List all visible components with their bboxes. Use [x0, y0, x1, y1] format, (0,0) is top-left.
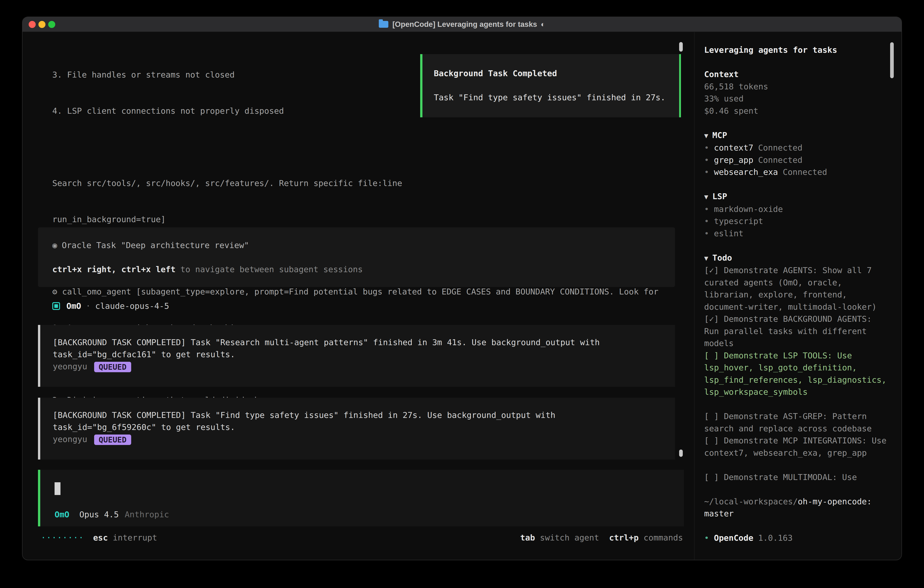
- agent-name: OmO: [66, 300, 81, 312]
- todo-item: [✓] Demonstrate BACKGROUND AGENTS: Run p…: [704, 313, 890, 350]
- chevron-down-icon: ▼: [704, 132, 708, 140]
- record-icon: ◉: [52, 241, 57, 250]
- spacer: [704, 483, 890, 496]
- message-meta: yeongyuQUEUED: [53, 433, 666, 445]
- active-agent-label: OmO: [54, 510, 69, 519]
- status-bullet-icon: •: [704, 142, 714, 154]
- status-bullet-icon: •: [704, 166, 714, 178]
- spacer: [704, 56, 890, 68]
- sidebar-scrollbar-thumb[interactable]: [890, 42, 894, 78]
- spinner-dots-icon: ········: [41, 533, 84, 542]
- mcp-item: •websearch_exaConnected: [704, 166, 890, 178]
- log-line: ⚙ call_omo_agent [subagent_type=explore,…: [52, 286, 658, 297]
- log-line: Search src/tools/, src/hooks/, src/featu…: [52, 177, 658, 189]
- status-right: tab switch agentctrl+p commands: [520, 532, 683, 543]
- bullet-icon: •: [704, 227, 714, 239]
- context-spent: $0.46 spent: [704, 105, 890, 117]
- prompt-input[interactable]: OmOOpus 4.5Anthropic: [38, 470, 684, 526]
- message-author: yeongyu: [53, 434, 87, 444]
- todo-item: [ ] Demonstrate AST-GREP: Pattern search…: [704, 410, 890, 434]
- todo-section-header[interactable]: ▼Todo: [704, 252, 890, 264]
- window-title: [OpenCode] Leveraging agents for tasks ◐: [23, 17, 901, 31]
- folder-icon: [379, 21, 388, 28]
- spinner-icon: ◐: [541, 20, 545, 29]
- oracle-task-title: ◉Oracle Task "Deep architecture review": [52, 239, 675, 251]
- status-bullet-icon: •: [704, 154, 714, 166]
- mcp-item: •grep_appConnected: [704, 154, 890, 166]
- spacer: [704, 459, 890, 471]
- keybind-hint: ctrl+x right, ctrl+x left to navigate be…: [52, 263, 675, 275]
- message-card: [BACKGROUND TASK COMPLETED] Task "Resear…: [38, 325, 675, 387]
- active-model-label: Opus 4.5: [79, 510, 119, 519]
- notification-body: Task "Find type safety issues" finished …: [434, 91, 670, 104]
- todo-item: [✓] Demonstrate AGENTS: Show all 7 curat…: [704, 264, 890, 313]
- notification-title: Background Task Completed: [434, 67, 670, 79]
- bullet-icon: •: [704, 203, 714, 215]
- mcp-section-header[interactable]: ▼MCP: [704, 129, 890, 142]
- tab-key-label: switch agent: [535, 533, 599, 542]
- text-cursor: [54, 482, 61, 495]
- tab-key-hint: tab: [520, 533, 535, 542]
- lsp-item: •markdown-oxide: [704, 203, 890, 215]
- oracle-task-panel: ◉Oracle Task "Deep architecture review" …: [38, 227, 675, 287]
- queued-badge: QUEUED: [94, 362, 131, 372]
- zoom-button[interactable]: [48, 21, 55, 28]
- log-output: 3. File handles or streams not closed 4.…: [52, 45, 658, 538]
- todo-item: [ ] Demonstrate MULTIMODAL: Use: [704, 471, 890, 483]
- lsp-item: •eslint: [704, 227, 890, 239]
- context-tokens: 66,518 tokens: [704, 81, 890, 93]
- mcp-item: •context7Connected: [704, 142, 890, 154]
- traffic-lights: [23, 21, 55, 28]
- status-bar: ········esc interrupt tab switch agentct…: [41, 531, 683, 543]
- status-left: ········esc interrupt: [41, 532, 157, 543]
- lsp-section-header[interactable]: ▼LSP: [704, 190, 890, 203]
- app-version-footer: •OpenCode1.0.163: [704, 532, 890, 544]
- commands-key-hint: ctrl+p: [609, 533, 639, 542]
- chevron-down-icon: ▼: [704, 254, 708, 262]
- message-card: [BACKGROUND TASK COMPLETED] Task "Find t…: [38, 398, 675, 459]
- agent-checkbox-icon: [52, 302, 60, 310]
- queued-badge: QUEUED: [94, 434, 131, 445]
- commands-key-label: commands: [639, 533, 683, 542]
- spacer: [704, 520, 890, 532]
- context-used: 33% used: [704, 92, 890, 105]
- esc-key-hint: esc: [93, 533, 108, 542]
- message-text: [BACKGROUND TASK COMPLETED] Task "Find t…: [53, 409, 666, 433]
- context-heading: Context: [704, 68, 890, 81]
- spacer: [704, 239, 890, 252]
- main-scrollbar-thumb-top[interactable]: [679, 42, 683, 51]
- separator-dot: ·: [86, 300, 91, 312]
- keybind-label: to navigate between subagent sessions: [175, 265, 363, 274]
- keybind-keys: ctrl+x right, ctrl+x left: [52, 265, 175, 274]
- close-button[interactable]: [29, 21, 36, 28]
- agent-model: claude-opus-4-5: [95, 300, 169, 312]
- chevron-down-icon: ▼: [704, 193, 708, 201]
- log-line: run_in_background=true]: [52, 213, 658, 225]
- titlebar[interactable]: [OpenCode] Leveraging agents for tasks ◐: [23, 17, 901, 32]
- app-window: [OpenCode] Leveraging agents for tasks ◐…: [22, 17, 902, 560]
- minimize-button[interactable]: [38, 21, 46, 28]
- todo-item-active: [ ] Demonstrate LSP TOOLS: Use lsp_hover…: [704, 350, 890, 398]
- chat-pane[interactable]: 3. File handles or streams not closed 4.…: [23, 32, 694, 560]
- workspace-branch: master: [704, 507, 890, 520]
- bullet-icon: •: [704, 532, 714, 544]
- session-sidebar: Leveraging agents for tasks Context 66,5…: [694, 32, 901, 560]
- esc-key-label: interrupt: [108, 533, 157, 542]
- bullet-icon: •: [704, 215, 714, 227]
- main-scrollbar-thumb-bottom[interactable]: [679, 449, 683, 457]
- agent-header: OmO · claude-opus-4-5: [52, 300, 169, 312]
- spacer: [704, 398, 890, 410]
- background-task-notification: Background Task Completed Task "Find typ…: [420, 54, 681, 117]
- provider-label: Anthropic: [125, 510, 169, 519]
- session-title: Leveraging agents for tasks: [704, 44, 890, 56]
- workspace-path: ~/local-workspaces/oh-my-opencode:: [704, 496, 890, 508]
- message-text: [BACKGROUND TASK COMPLETED] Task "Resear…: [53, 336, 666, 360]
- message-author: yeongyu: [53, 362, 87, 371]
- spacer: [704, 178, 890, 190]
- model-indicator: OmOOpus 4.5Anthropic: [54, 509, 169, 520]
- log-line: [52, 141, 658, 153]
- todo-item: [ ] Demonstrate MCP INTEGRATIONS: Use co…: [704, 434, 890, 459]
- lsp-item: •typescript: [704, 215, 890, 227]
- message-meta: yeongyuQUEUED: [53, 360, 666, 372]
- spacer: [704, 117, 890, 129]
